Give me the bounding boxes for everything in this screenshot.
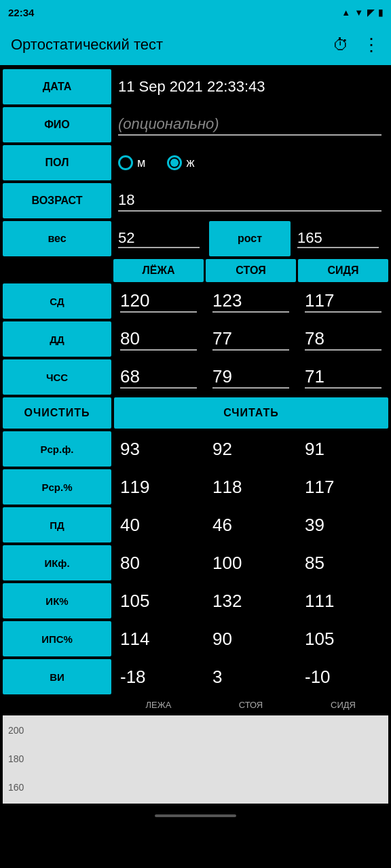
nav-indicator	[155, 814, 236, 817]
clear-button[interactable]: ОЧИСТИТЬ	[3, 397, 111, 429]
status-time: 22:34	[8, 7, 34, 18]
meas-label-1: ДД	[3, 321, 111, 357]
gender-m-radio[interactable]	[118, 155, 133, 170]
meas-v1-0[interactable]	[113, 283, 204, 319]
rost-label: рост	[209, 221, 291, 256]
signal-icon: ▲	[341, 7, 350, 18]
status-bar: 22:34 ▲ ▼ ◤ ▮	[0, 0, 391, 24]
result-v3-6: -10	[298, 659, 388, 694]
gender-m-label: м	[137, 156, 145, 170]
results-container: Рср.ф. 93 92 91 Рср.% 119 118 117 ПД 40 …	[3, 431, 388, 694]
gender-m-option[interactable]: м	[118, 155, 145, 170]
result-v2-0: 92	[206, 431, 296, 467]
meas-v3-1[interactable]	[298, 321, 388, 357]
result-row-0: Рср.ф. 93 92 91	[3, 431, 388, 467]
meas-v3-2[interactable]	[298, 359, 388, 395]
gender-f-option[interactable]: ж	[167, 155, 194, 170]
fio-input[interactable]	[118, 114, 381, 136]
vozrast-input[interactable]	[118, 190, 381, 212]
result-label-0: Рср.ф.	[3, 431, 111, 467]
meas-label-0: СД	[3, 283, 111, 319]
result-v2-3: 100	[206, 545, 296, 580]
result-v3-2: 39	[298, 507, 388, 542]
meas-input-v2-1[interactable]	[212, 328, 289, 351]
meas-v3-0[interactable]	[298, 283, 388, 319]
result-v1-0: 93	[113, 431, 204, 467]
meas-v2-1[interactable]	[206, 321, 296, 357]
result-label-2: ПД	[3, 507, 111, 542]
result-row-4: ИК% 105 132 111	[3, 583, 388, 618]
ves-input[interactable]	[118, 229, 200, 248]
measurement-row-1: ДД	[3, 321, 388, 357]
menu-icon[interactable]: ⋮	[362, 35, 380, 56]
app-title: Ортостатический тест	[11, 36, 163, 54]
app-bar-icons: ⏱ ⋮	[333, 35, 380, 56]
meas-input-v3-1[interactable]	[305, 328, 381, 351]
result-row-1: Рср.% 119 118 117	[3, 469, 388, 505]
result-v2-6: 3	[206, 659, 296, 694]
result-v2-2: 46	[206, 507, 296, 542]
gender-f-label: ж	[186, 156, 194, 170]
pol-row: пол м ж	[3, 145, 388, 180]
result-v3-3: 85	[298, 545, 388, 580]
ves-value[interactable]	[111, 221, 209, 256]
result-v1-1: 119	[113, 469, 204, 505]
rost-input[interactable]	[297, 229, 379, 248]
vozrast-value[interactable]	[111, 183, 388, 218]
result-row-2: ПД 40 46 39	[3, 507, 388, 542]
result-row-6: ВИ -18 3 -10	[3, 659, 388, 694]
meas-v1-1[interactable]	[113, 321, 204, 357]
result-label-3: ИКф.	[3, 545, 111, 580]
bl-stoya: СТОЯ	[206, 697, 296, 713]
meas-v2-0[interactable]	[206, 283, 296, 319]
gender-f-radio[interactable]	[167, 155, 182, 170]
result-v3-5: 105	[298, 621, 388, 656]
sim-icon: ◤	[367, 7, 374, 18]
fio-row: ФИО	[3, 107, 388, 142]
date-value: 11 Sep 2021 22:33:43	[111, 69, 388, 104]
meas-input-v1-0[interactable]	[120, 290, 197, 313]
meas-input-v2-0[interactable]	[212, 290, 289, 313]
rost-value[interactable]	[291, 221, 388, 256]
th-lezha: ЛЁЖА	[113, 259, 204, 282]
result-v3-1: 117	[298, 469, 388, 505]
chart-y-180: 180	[8, 749, 24, 768]
result-label-4: ИК%	[3, 583, 111, 618]
fio-value[interactable]	[111, 107, 388, 142]
date-label: ДАТА	[3, 69, 111, 104]
meas-input-v2-2[interactable]	[212, 366, 289, 389]
chart-area: 200 180 160	[3, 715, 388, 804]
result-v3-0: 91	[298, 431, 388, 467]
table-header: ЛЁЖА СТОЯ СИДЯ	[3, 259, 388, 282]
result-v3-4: 111	[298, 583, 388, 618]
meas-v1-2[interactable]	[113, 359, 204, 395]
content-area: ДАТА 11 Sep 2021 22:33:43 ФИО пол м ж во…	[0, 65, 391, 808]
th-stoya: СТОЯ	[206, 259, 296, 282]
meas-v2-2[interactable]	[206, 359, 296, 395]
result-v2-5: 90	[206, 621, 296, 656]
result-v1-2: 40	[113, 507, 204, 542]
measurement-row-2: ЧСС	[3, 359, 388, 395]
pol-label: пол	[3, 145, 111, 180]
status-icons: ▲ ▼ ◤ ▮	[341, 7, 383, 18]
th-sidya: СИДЯ	[298, 259, 388, 282]
result-v2-4: 132	[206, 583, 296, 618]
result-row-3: ИКф. 80 100 85	[3, 545, 388, 580]
ves-label: вес	[3, 221, 111, 256]
meas-input-v3-2[interactable]	[305, 366, 381, 389]
fio-label: ФИО	[3, 107, 111, 142]
result-label-1: Рср.%	[3, 469, 111, 505]
meas-input-v1-1[interactable]	[120, 328, 197, 351]
wifi-icon: ▼	[354, 7, 363, 18]
buttons-row: ОЧИСТИТЬ СЧИТАТЬ	[3, 397, 388, 429]
bl-spacer	[3, 697, 111, 713]
result-v1-5: 114	[113, 621, 204, 656]
measurement-row-0: СД	[3, 283, 388, 319]
calc-button[interactable]: СЧИТАТЬ	[114, 397, 388, 429]
history-icon[interactable]: ⏱	[333, 35, 349, 54]
result-row-5: ИПС% 114 90 105	[3, 621, 388, 656]
measurements-container: СД ДД ЧСС	[3, 283, 388, 395]
meas-input-v3-0[interactable]	[305, 290, 381, 313]
meas-input-v1-2[interactable]	[120, 366, 197, 389]
battery-icon: ▮	[378, 7, 383, 18]
